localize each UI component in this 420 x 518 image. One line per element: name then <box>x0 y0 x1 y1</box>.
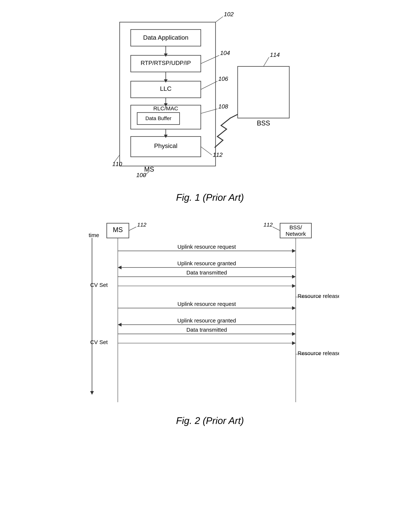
svg-marker-61 <box>292 275 296 279</box>
fig1-title: Fig. 1 (Prior Art) <box>109 192 311 203</box>
svg-text:RLC/MAC: RLC/MAC <box>153 105 178 111</box>
svg-marker-52 <box>90 391 94 395</box>
svg-text:time: time <box>89 232 99 238</box>
svg-text:LLC: LLC <box>160 85 172 92</box>
svg-text:CV Set: CV Set <box>90 282 108 288</box>
svg-text:BSS/: BSS/ <box>289 224 302 230</box>
svg-rect-2 <box>131 55 201 72</box>
fig1-wrapper: Data Application RTP/RTSP/UDP/IP LLC RLC… <box>109 11 311 188</box>
svg-marker-69 <box>292 306 296 310</box>
svg-text:RTP/RTSP/UDP/IP: RTP/RTSP/UDP/IP <box>141 60 191 66</box>
svg-marker-12 <box>164 103 168 107</box>
svg-marker-14 <box>164 135 168 138</box>
svg-line-20 <box>201 147 212 155</box>
svg-text:Uplink resource request: Uplink resource request <box>178 244 236 250</box>
svg-line-18 <box>201 81 217 90</box>
svg-text:Uplink resource granted: Uplink resource granted <box>177 260 236 266</box>
svg-text:Physical: Physical <box>154 142 178 149</box>
fig2-container: MS BSS/ Network 112 112 time <box>81 218 339 426</box>
svg-text:Data Application: Data Application <box>143 34 188 41</box>
svg-marker-55 <box>292 249 296 253</box>
svg-text:MS: MS <box>113 226 123 234</box>
svg-text:Data transmitted: Data transmitted <box>186 269 227 276</box>
svg-text:104: 104 <box>220 50 230 56</box>
svg-text:112: 112 <box>263 221 273 228</box>
svg-line-16 <box>216 17 223 22</box>
svg-rect-1 <box>131 30 201 46</box>
svg-text:110: 110 <box>112 161 122 167</box>
svg-line-39 <box>144 172 149 176</box>
svg-text:112: 112 <box>137 221 146 228</box>
svg-rect-42 <box>280 223 311 238</box>
svg-text:Data Buffer: Data Buffer <box>145 115 171 121</box>
svg-rect-40 <box>107 223 129 238</box>
svg-rect-3 <box>131 81 201 98</box>
svg-text:114: 114 <box>270 52 280 58</box>
svg-rect-4 <box>131 105 201 129</box>
svg-rect-15 <box>238 66 289 118</box>
svg-text:Network: Network <box>285 231 306 237</box>
svg-line-21 <box>114 155 120 162</box>
svg-text:108: 108 <box>218 103 228 110</box>
fig1-container: Data Application RTP/RTSP/UDP/IP LLC RLC… <box>109 11 311 203</box>
svg-text:BSS: BSS <box>257 119 270 127</box>
svg-rect-0 <box>120 22 216 166</box>
fig2-title: Fig. 2 (Prior Art) <box>81 415 339 426</box>
svg-text:Uplink resource request: Uplink resource request <box>178 301 236 307</box>
svg-text:102: 102 <box>224 11 234 17</box>
svg-text:Uplink resource granted: Uplink resource granted <box>177 318 236 324</box>
svg-text:100: 100 <box>136 172 146 178</box>
svg-rect-6 <box>131 137 201 157</box>
svg-marker-78 <box>292 341 296 345</box>
svg-text:106: 106 <box>218 76 228 82</box>
svg-text:MS: MS <box>144 166 154 173</box>
svg-line-22 <box>263 57 269 66</box>
svg-text:Resource released: Resource released <box>298 293 339 299</box>
svg-rect-5 <box>137 113 180 124</box>
fig2-wrapper: MS BSS/ Network 112 112 time <box>81 218 339 411</box>
fig2-svg: MS BSS/ Network 112 112 time <box>81 218 339 411</box>
page-container: Data Application RTP/RTSP/UDP/IP LLC RLC… <box>0 0 420 518</box>
svg-marker-72 <box>118 323 121 327</box>
svg-text:Data transmitted: Data transmitted <box>186 327 227 333</box>
svg-marker-10 <box>164 79 168 83</box>
svg-line-47 <box>273 227 280 231</box>
svg-marker-58 <box>118 266 121 269</box>
fig1-svg: Data Application RTP/RTSP/UDP/IP LLC RLC… <box>109 11 311 188</box>
svg-line-45 <box>129 227 136 231</box>
svg-marker-8 <box>164 53 168 57</box>
svg-text:Resource released: Resource released <box>298 350 339 356</box>
svg-text:CV Set: CV Set <box>90 339 108 345</box>
svg-line-19 <box>201 109 217 114</box>
svg-marker-75 <box>292 332 296 336</box>
svg-line-17 <box>201 55 219 64</box>
svg-text:112: 112 <box>213 152 223 158</box>
svg-marker-64 <box>292 284 296 288</box>
